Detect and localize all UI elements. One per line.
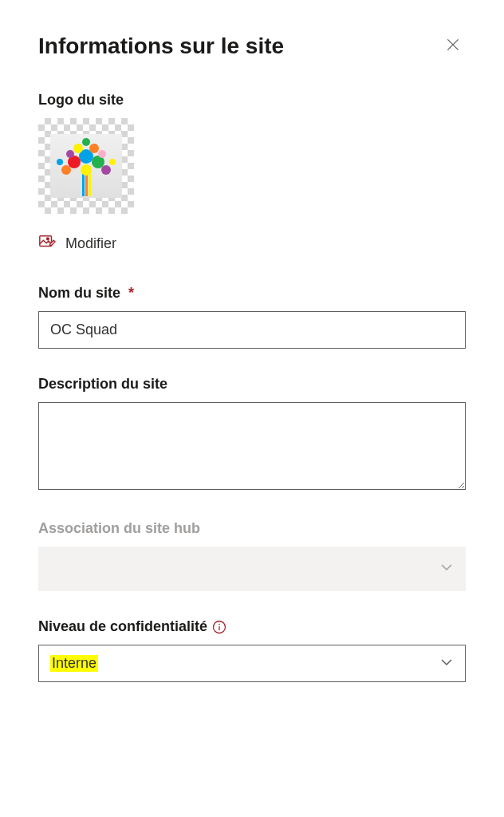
edit-image-icon [38, 233, 56, 255]
site-name-label: Nom du site * [38, 285, 466, 302]
modify-logo-button[interactable]: Modifier [38, 230, 116, 258]
svg-point-10 [73, 144, 83, 153]
site-name-section: Nom du site * [38, 285, 466, 349]
description-textarea[interactable] [38, 402, 466, 490]
svg-point-14 [98, 150, 106, 158]
hub-association-select-wrap [38, 547, 466, 591]
svg-rect-2 [82, 174, 85, 196]
privacy-select[interactable]: Interne [38, 645, 466, 682]
privacy-label: Niveau de confidentialité [38, 618, 466, 635]
svg-rect-3 [85, 174, 88, 196]
hub-association-section: Association du site hub [38, 520, 466, 591]
svg-point-16 [109, 159, 116, 165]
hub-association-select [38, 547, 466, 591]
logo-thumbnail [38, 118, 134, 214]
svg-point-11 [89, 144, 99, 153]
panel-header: Informations sur le site [38, 32, 466, 60]
logo-label: Logo du site [38, 92, 466, 109]
required-indicator: * [128, 285, 134, 302]
svg-point-8 [61, 165, 71, 175]
description-label: Description du site [38, 376, 466, 393]
svg-point-12 [82, 138, 90, 146]
svg-point-22 [219, 623, 220, 625]
svg-point-13 [66, 150, 74, 158]
site-name-label-text: Nom du site [38, 285, 120, 302]
svg-point-19 [47, 238, 49, 240]
logo-image [50, 134, 122, 198]
logo-section: Logo du site [38, 92, 466, 258]
close-button[interactable] [440, 32, 466, 60]
privacy-value: Interne [50, 655, 98, 672]
site-name-input[interactable] [38, 311, 466, 349]
close-icon [445, 37, 461, 55]
svg-point-9 [101, 165, 111, 175]
privacy-section: Niveau de confidentialité Interne [38, 618, 466, 682]
hub-association-label: Association du site hub [38, 520, 466, 537]
privacy-label-text: Niveau de confidentialité [38, 618, 207, 635]
svg-point-17 [81, 164, 92, 176]
info-icon[interactable] [212, 620, 226, 634]
svg-point-15 [57, 159, 63, 165]
modify-logo-label: Modifier [65, 235, 116, 252]
panel-title: Informations sur le site [38, 34, 284, 59]
privacy-select-wrap: Interne [38, 645, 466, 682]
svg-rect-4 [89, 174, 91, 196]
description-section: Description du site [38, 376, 466, 493]
